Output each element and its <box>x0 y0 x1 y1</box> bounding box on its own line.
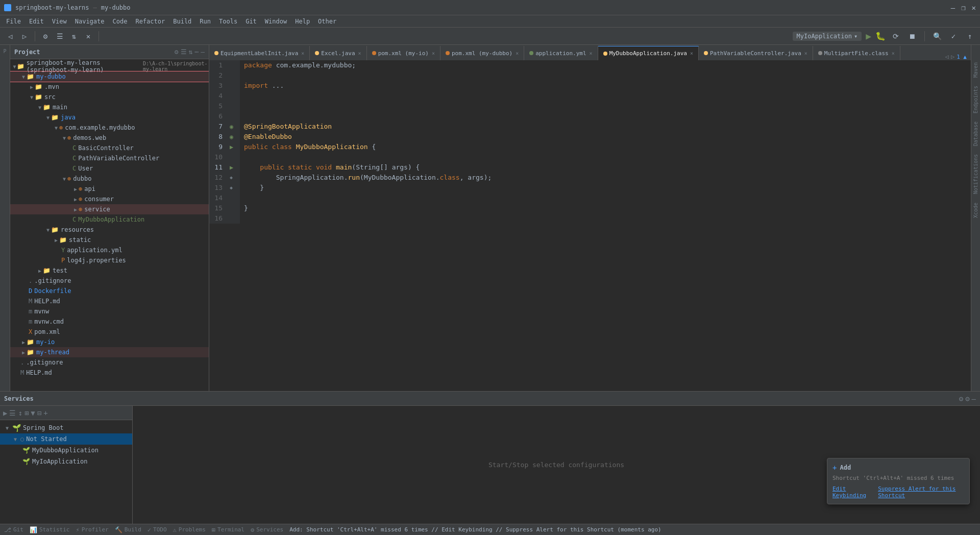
tab-app-yml-close[interactable]: × <box>590 51 593 56</box>
tree-my-io[interactable]: ▶ 📁 my-io <box>10 337 209 347</box>
tree-help-md[interactable]: M HELP.md <box>10 296 209 306</box>
tab-multipart[interactable]: MultipartFile.class × <box>813 46 900 60</box>
tree-demos-web[interactable]: ▼ ⊛ demos.web <box>10 133 209 143</box>
toolbar-git-button[interactable]: ✓ <box>947 30 960 42</box>
xcode-tab[interactable]: Xcode <box>972 201 979 220</box>
tree-application-yml[interactable]: Y application.yml <box>10 245 209 255</box>
notifications-tab[interactable]: Notifications <box>972 152 979 196</box>
toolbar-list-button[interactable]: ☰ <box>54 30 66 42</box>
service-not-started[interactable]: ▼ ○ Not Started <box>0 433 132 445</box>
project-toggle-button[interactable]: P <box>1 47 9 55</box>
project-minimize-icon[interactable]: — <box>201 48 205 56</box>
status-services[interactable]: ⚙ Services <box>251 526 283 533</box>
tab-pom-dubbo[interactable]: pom.xml (my-dubbo) × <box>440 46 524 60</box>
status-statistic[interactable]: 📊 Statistic <box>30 526 70 533</box>
tab-pathvariable[interactable]: PathVariableController.java × <box>699 46 813 60</box>
notif-suppress-alert[interactable]: Suppress Alert for this Shortcut <box>878 485 964 499</box>
toolbar-git-push-button[interactable]: ↑ <box>964 30 976 42</box>
tab-equipment-close[interactable]: × <box>301 51 304 56</box>
menu-help[interactable]: Help <box>291 17 314 26</box>
toolbar-stop-button[interactable]: ⏹ <box>906 30 918 42</box>
tab-excel-close[interactable]: × <box>358 51 361 56</box>
toolbar-search-button[interactable]: 🔍 <box>931 30 943 42</box>
endpoints-tab[interactable]: Endpoints <box>972 84 979 115</box>
project-sort-icon[interactable]: ⇅ <box>189 48 193 56</box>
maven-tab[interactable]: Maven <box>972 60 979 80</box>
tree-com-example[interactable]: ▼ ⊛ com.example.mydubbo <box>10 123 209 133</box>
tree-root[interactable]: ▼ 📁 springboot-my-learns (springboot-my-… <box>10 61 209 71</box>
tab-app-yml[interactable]: application.yml × <box>524 46 598 60</box>
bottom-minimize-icon[interactable]: — <box>972 395 976 403</box>
menu-view[interactable]: View <box>48 17 71 26</box>
service-spring-boot[interactable]: ▼ 🌱 Spring Boot <box>0 422 132 433</box>
svc-run-btn[interactable]: ▶ <box>3 409 7 417</box>
status-problems[interactable]: ⚠ Problems <box>173 526 206 533</box>
toolbar-diff-button[interactable]: ⇅ <box>68 30 80 42</box>
database-tab[interactable]: Database <box>972 119 979 148</box>
status-build[interactable]: 🔨 Build <box>115 526 141 533</box>
tree-mvn[interactable]: ▶ 📁 .mvn <box>10 82 209 92</box>
svc-minus-btn[interactable]: ⊟ <box>37 409 41 417</box>
svc-group-btn[interactable]: ⊞ <box>24 409 29 417</box>
close-button[interactable]: ✕ <box>972 4 976 12</box>
menu-other[interactable]: Other <box>314 17 340 26</box>
menu-window[interactable]: Window <box>261 17 291 26</box>
tree-mvnw[interactable]: m mvnw <box>10 306 209 317</box>
menu-code[interactable]: Code <box>109 17 132 26</box>
bottom-settings-icon[interactable]: ⚙ <box>959 395 963 403</box>
project-settings-icon[interactable]: ⚙ <box>175 48 179 56</box>
svc-add-btn[interactable]: + <box>43 409 47 417</box>
tree-basic-controller[interactable]: C BasicController <box>10 143 209 153</box>
tree-java[interactable]: ▼ 📁 java <box>10 112 209 123</box>
run-config-dropdown[interactable]: MyIoApplication ▾ <box>793 32 862 41</box>
tree-dubbo[interactable]: ▼ ⊛ dubbo <box>10 174 209 184</box>
toolbar-settings-button[interactable]: ⚙ <box>39 30 52 42</box>
service-myioapp[interactable]: 🌱 MyIoApplication <box>0 456 132 467</box>
minimize-button[interactable]: — <box>951 4 955 12</box>
tree-pom-xml[interactable]: X pom.xml <box>10 327 209 337</box>
project-gear-icon[interactable]: ⋯ <box>194 48 199 56</box>
tree-src[interactable]: ▼ 📁 src <box>10 92 209 102</box>
toolbar-back-button[interactable]: ◁ <box>4 30 16 42</box>
code-editor[interactable]: 1 2 3 4 5 6 7 8 9 10 11 12 13 14 15 16 <box>209 60 971 391</box>
svc-sort-btn[interactable]: ↕ <box>18 409 22 417</box>
status-profiler[interactable]: ⚡ Profiler <box>76 526 108 533</box>
tree-consumer[interactable]: ▶ ⊛ consumer <box>10 194 209 204</box>
status-terminal[interactable]: ⊞ Terminal <box>212 526 244 533</box>
tab-pom-io-close[interactable]: × <box>432 51 435 56</box>
menu-git[interactable]: Git <box>241 17 261 26</box>
tree-dockerfile[interactable]: D Dockerfile <box>10 286 209 296</box>
toolbar-forward-button[interactable]: ▷ <box>18 30 31 42</box>
tab-mydubboapp-close[interactable]: × <box>690 51 693 56</box>
tree-my-thread[interactable]: ▶ 📁 my-thread <box>10 347 209 357</box>
tabs-scroll-left[interactable]: ◁ <box>945 53 949 60</box>
tree-service[interactable]: ▶ ⊛ service <box>10 204 209 214</box>
tree-main[interactable]: ▼ 📁 main <box>10 102 209 112</box>
project-collapse-icon[interactable]: ☰ <box>181 48 187 56</box>
tabs-scroll-right[interactable]: ▷ <box>951 53 954 60</box>
tab-mydubboapp[interactable]: MyDubboApplication.java × <box>598 46 699 60</box>
menu-edit[interactable]: Edit <box>25 17 48 26</box>
tree-log4j[interactable]: P log4j.properties <box>10 255 209 265</box>
tree-path-variable[interactable]: C PathVariableController <box>10 153 209 163</box>
toolbar-refresh-button[interactable]: ⟳ <box>890 30 902 42</box>
menu-run[interactable]: Run <box>195 17 215 26</box>
menu-refactor[interactable]: Refactor <box>131 17 169 26</box>
tree-static[interactable]: ▶ 📁 static <box>10 235 209 245</box>
svc-filter-btn[interactable]: ▼ <box>31 409 35 417</box>
tree-resources[interactable]: ▼ 📁 resources <box>10 225 209 235</box>
menu-build[interactable]: Build <box>169 17 195 26</box>
tree-user[interactable]: C User <box>10 163 209 174</box>
bottom-settings2-icon[interactable]: ⚙ <box>965 395 969 403</box>
menu-file[interactable]: File <box>2 17 25 26</box>
tab-excel[interactable]: Excel.java × <box>310 46 366 60</box>
tab-pathvariable-close[interactable]: × <box>804 51 807 56</box>
tab-multipart-close[interactable]: × <box>892 51 895 56</box>
tree-root-help[interactable]: M HELP.md <box>10 368 209 378</box>
tree-mvnw-cmd[interactable]: m mvnw.cmd <box>10 317 209 327</box>
tab-pom-dubbo-close[interactable]: × <box>516 51 519 56</box>
tab-pom-io[interactable]: pom.xml (my-io) × <box>367 46 440 60</box>
svc-list-btn[interactable]: ☰ <box>9 409 16 417</box>
run-button[interactable]: ▶ <box>866 31 871 41</box>
menu-tools[interactable]: Tools <box>215 17 241 26</box>
